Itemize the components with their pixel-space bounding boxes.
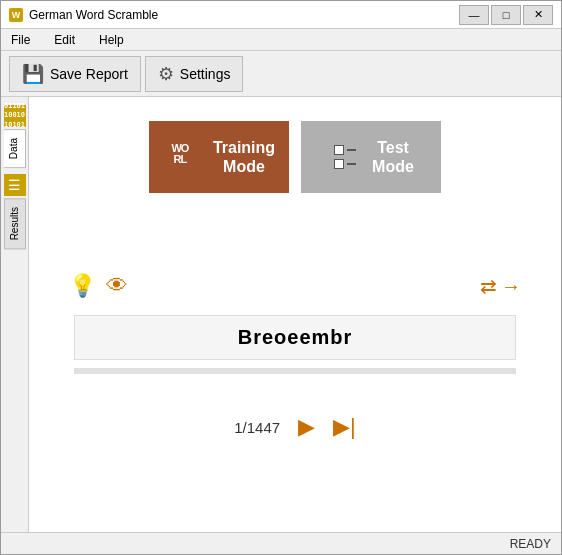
- window-title: German Word Scramble: [29, 8, 158, 22]
- menu-file[interactable]: File: [5, 31, 36, 49]
- bulb-icon[interactable]: 💡: [69, 273, 96, 299]
- title-bar-controls: — □ ✕: [459, 5, 553, 25]
- word-display: Breoeembr: [74, 315, 517, 360]
- nav-area: 1/1447 ▶ ▶|: [234, 414, 356, 440]
- app-window: W German Word Scramble — □ ✕ File Edit H…: [0, 0, 562, 555]
- sidebar: 01101 10010 10101 Data ☰ Results: [1, 97, 29, 532]
- next-icon: ▶|: [333, 414, 356, 439]
- hint-icons: 💡 👁: [69, 273, 128, 299]
- test-mode-icon: ✓ ✗: [328, 140, 362, 174]
- word-counter: 1/1447: [234, 419, 280, 436]
- title-bar: W German Word Scramble — □ ✕: [1, 1, 561, 29]
- test-mode-button[interactable]: ✓ ✗ Test Mode: [301, 121, 441, 193]
- progress-bar: [74, 368, 517, 374]
- arrow-right-icon[interactable]: →: [501, 275, 521, 298]
- settings-icon: ⚙: [158, 63, 174, 85]
- minimize-button[interactable]: —: [459, 5, 489, 25]
- menu-help[interactable]: Help: [93, 31, 130, 49]
- menu-bar: File Edit Help: [1, 29, 561, 51]
- sidebar-tab-data[interactable]: Data: [4, 129, 26, 168]
- training-mode-label: Training Mode: [213, 138, 275, 176]
- toolbar: 💾 Save Report ⚙ Settings: [1, 51, 561, 97]
- close-button[interactable]: ✕: [523, 5, 553, 25]
- main-area: 01101 10010 10101 Data ☰ Results WORL: [1, 97, 561, 532]
- save-report-label: Save Report: [50, 66, 128, 82]
- sidebar-tab-results[interactable]: Results: [4, 198, 26, 249]
- title-bar-left: W German Word Scramble: [9, 8, 158, 22]
- play-button[interactable]: ▶: [298, 414, 315, 440]
- next-button[interactable]: ▶|: [333, 414, 356, 440]
- shuffle-icon[interactable]: ⇄: [480, 274, 497, 298]
- test-mode-label: Test Mode: [372, 138, 414, 176]
- app-icon: W: [9, 8, 23, 22]
- mode-buttons: WORL Training Mode ✓ ✗: [149, 121, 441, 193]
- navigation-icons: ⇄ →: [480, 273, 521, 299]
- status-text: READY: [510, 537, 551, 551]
- settings-label: Settings: [180, 66, 231, 82]
- save-report-button[interactable]: 💾 Save Report: [9, 56, 141, 92]
- settings-button[interactable]: ⚙ Settings: [145, 56, 244, 92]
- action-icons-row: 💡 👁 ⇄ →: [49, 273, 541, 299]
- save-icon: 💾: [22, 63, 44, 85]
- status-bar: READY: [1, 532, 561, 554]
- sidebar-results-icon: ☰: [4, 174, 26, 196]
- eye-icon[interactable]: 👁: [106, 273, 128, 299]
- sidebar-data-icon: 01101 10010 10101: [4, 105, 26, 127]
- training-mode-icon: WORL: [163, 137, 203, 177]
- content-area: WORL Training Mode ✓ ✗: [29, 97, 561, 532]
- scrambled-word: Breoeembr: [238, 326, 353, 348]
- menu-edit[interactable]: Edit: [48, 31, 81, 49]
- training-mode-button[interactable]: WORL Training Mode: [149, 121, 289, 193]
- maximize-button[interactable]: □: [491, 5, 521, 25]
